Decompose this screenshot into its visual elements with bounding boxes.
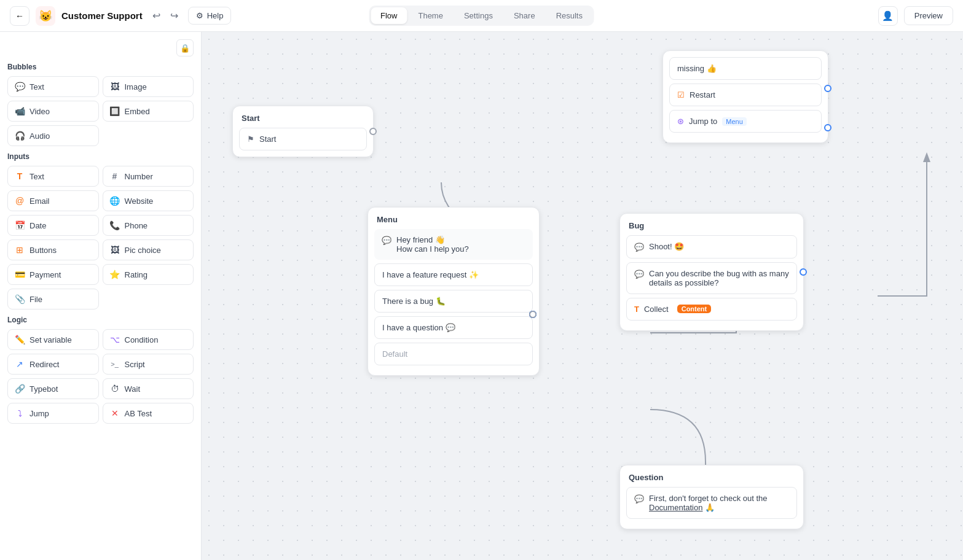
flow-canvas[interactable]: Start ⚑ Start Menu 💬 Hey friend 👋How can… [202, 32, 963, 560]
tab-share[interactable]: Share [504, 7, 545, 24]
embed-bubble-icon: 🔲 [109, 106, 120, 116]
start-output-dot[interactable] [369, 128, 377, 135]
payment-input-icon: 💳 [14, 270, 25, 279]
right-panel-dot-jump[interactable] [824, 124, 831, 131]
sidebar-item-script[interactable]: >_ Script [103, 354, 194, 375]
right-restart-item: ☑ Restart [669, 84, 822, 106]
abtest-icon: ✕ [109, 408, 120, 418]
topnav-tabs: Flow Theme Settings Share Results [369, 6, 594, 26]
right-panel-node[interactable]: missing 👍 ☑ Restart ⊛ Jump to Menu [662, 50, 828, 143]
bug-node-content: 💬 Shoot! 🤩 💬 Can you describe the bug wi… [620, 235, 803, 330]
redirect-icon: ↗ [14, 359, 25, 369]
app-icon: 😺 [36, 6, 55, 26]
user-icon[interactable]: 👤 [878, 6, 898, 26]
email-input-icon: @ [14, 196, 25, 206]
sidebar-item-number-input[interactable]: # Number [103, 166, 194, 187]
text-bubble-icon: 💬 [14, 82, 25, 91]
menu-choice-1[interactable]: There is a bug 🐛 [374, 290, 533, 313]
sidebar-item-embed-bubble[interactable]: 🔲 Embed [103, 101, 194, 122]
setvariable-icon: ✏️ [14, 335, 25, 344]
bug-node[interactable]: Bug 💬 Shoot! 🤩 💬 Can you describe the bu… [619, 213, 804, 331]
website-input-icon: 🌐 [109, 196, 120, 206]
start-node-content: ⚑ Start [233, 128, 373, 157]
sidebar-item-audio-bubble[interactable]: 🎧 Audio [7, 125, 99, 146]
sidebar-item-setvariable[interactable]: ✏️ Set variable [7, 329, 99, 350]
menu-choice-2[interactable]: I have a question 💬 [374, 316, 533, 339]
file-input-icon: 📎 [14, 294, 25, 304]
menu-bubble: 💬 Hey friend 👋How can I help you? [374, 229, 533, 260]
start-row: ⚑ Start [239, 128, 367, 150]
condition-icon: ⌥ [109, 335, 120, 344]
sidebar-item-redirect[interactable]: ↗ Redirect [7, 354, 99, 375]
tab-settings[interactable]: Settings [454, 7, 503, 24]
inputs-section-title: Inputs [7, 152, 194, 161]
typebot-icon: 🔗 [14, 384, 25, 394]
rating-input-icon: ⭐ [109, 270, 120, 279]
question-node[interactable]: Question 💬 First, don't forget to check … [619, 465, 804, 529]
question-node-content: 💬 First, don't forget to check out the D… [620, 487, 803, 529]
bug-bubble-icon-1: 💬 [634, 270, 644, 279]
menu-choice-default[interactable]: Default [374, 343, 533, 365]
sidebar-item-buttons-input[interactable]: ⊞ Buttons [7, 239, 99, 260]
right-panel-content: missing 👍 ☑ Restart ⊛ Jump to Menu [663, 51, 828, 142]
sidebar-item-image-bubble[interactable]: 🖼 Image [103, 76, 194, 97]
redo-button[interactable]: ↪ [167, 6, 182, 25]
text-input-icon: T [14, 171, 25, 181]
sidebar-item-video-bubble[interactable]: 📹 Video [7, 101, 99, 122]
tab-theme[interactable]: Theme [408, 7, 452, 24]
date-input-icon: 📅 [14, 220, 25, 230]
menu-bubble-icon: 💬 [382, 236, 391, 245]
jump-icon: ⤵ [14, 408, 25, 418]
back-button[interactable]: ← [10, 6, 29, 26]
menu-node[interactable]: Menu 💬 Hey friend 👋How can I help you? I… [368, 207, 540, 376]
start-node-title: Start [233, 106, 373, 128]
right-missing-item: missing 👍 [669, 57, 822, 80]
undo-redo-group: ↩ ↪ [149, 6, 182, 25]
sidebar-item-text-bubble[interactable]: 💬 Text [7, 76, 99, 97]
bug-collect-row: T Collect Content [626, 298, 797, 321]
undo-button[interactable]: ↩ [149, 6, 164, 25]
sidebar-item-condition[interactable]: ⌥ Condition [103, 329, 194, 350]
lock-area: 🔒 [7, 39, 194, 56]
sidebar-item-text-input[interactable]: T Text [7, 166, 99, 187]
main-layout: 🔒 Bubbles 💬 Text 🖼 Image 📹 Video 🔲 Embed [0, 32, 963, 560]
choice-default-dot[interactable] [529, 311, 537, 318]
image-bubble-icon: 🖼 [109, 82, 120, 91]
bug-shoot-row: 💬 Shoot! 🤩 [626, 235, 797, 259]
logic-grid: ✏️ Set variable ⌥ Condition ↗ Redirect >… [7, 329, 194, 424]
sidebar-item-phone-input[interactable]: 📞 Phone [103, 215, 194, 236]
sidebar-item-picchoice-input[interactable]: 🖼 Pic choice [103, 239, 194, 260]
sidebar-item-typebot[interactable]: 🔗 Typebot [7, 378, 99, 399]
tab-results[interactable]: Results [546, 7, 592, 24]
tab-flow[interactable]: Flow [371, 7, 407, 24]
start-node[interactable]: Start ⚑ Start [232, 106, 374, 157]
sidebar-item-website-input[interactable]: 🌐 Website [103, 190, 194, 211]
right-panel-dot-restart[interactable] [824, 85, 831, 92]
sidebar-item-payment-input[interactable]: 💳 Payment [7, 264, 99, 285]
bubbles-section-title: Bubbles [7, 63, 194, 71]
right-jumpto-item: ⊛ Jump to Menu [669, 110, 822, 133]
sidebar-item-abtest[interactable]: ✕ AB Test [103, 403, 194, 424]
jumpto-icon: ⊛ [677, 117, 684, 126]
sidebar-item-jump[interactable]: ⤵ Jump [7, 403, 99, 424]
bug-output-dot[interactable] [800, 268, 807, 276]
sidebar-item-file-input[interactable]: 📎 File [7, 289, 99, 309]
question-bubble-icon: 💬 [634, 494, 644, 504]
topnav-left: ← 😺 Customer Support ↩ ↪ ⚙ Help [10, 6, 231, 26]
sidebar-item-date-input[interactable]: 📅 Date [7, 215, 99, 236]
help-icon: ⚙ [196, 11, 203, 20]
sidebar-item-email-input[interactable]: @ Email [7, 190, 99, 211]
inputs-grid: T Text # Number @ Email 🌐 Website 📅 Date… [7, 166, 194, 309]
sidebar-item-wait[interactable]: ⏱ Wait [103, 378, 194, 399]
buttons-input-icon: ⊞ [14, 245, 25, 255]
bug-bubble-icon-0: 💬 [634, 243, 644, 252]
help-button[interactable]: ⚙ Help [188, 7, 232, 25]
preview-button[interactable]: Preview [904, 6, 953, 25]
sidebar-item-rating-input[interactable]: ⭐ Rating [103, 264, 194, 285]
question-bubble-row: 💬 First, don't forget to check out the D… [626, 487, 797, 519]
menu-node-content: 💬 Hey friend 👋How can I help you? I have… [368, 229, 539, 375]
restart-icon: ☑ [677, 90, 685, 99]
bubbles-grid: 💬 Text 🖼 Image 📹 Video 🔲 Embed 🎧 Audio [7, 76, 194, 146]
lock-icon[interactable]: 🔒 [176, 39, 194, 56]
menu-choice-0[interactable]: I have a feature request ✨ [374, 263, 533, 286]
